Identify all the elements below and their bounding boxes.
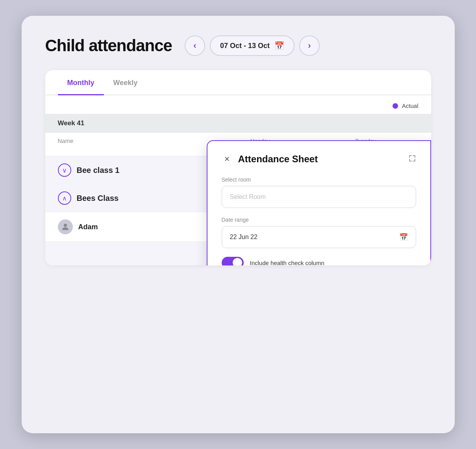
class-name-cell: ∨ Bee class 1 [58,163,207,177]
tab-monthly[interactable]: Monthly [58,70,104,95]
chevron-left-icon: ‹ [193,41,196,51]
toggle-knob [233,258,242,265]
next-week-button[interactable]: › [299,35,320,56]
date-range-field: Date range 22 Jun 22 📅 [222,217,416,248]
attendance-panel: ✕ Attendance Sheet Select room Select Ro… [207,140,431,265]
actual-dot [393,103,398,109]
header: Child attendance ‹ 07 Oct - 13 Oct 📅 › [45,35,431,56]
close-button[interactable]: ✕ [222,154,233,165]
name-column-header: Name [58,137,207,151]
date-range-text: 07 Oct - 13 Oct [220,42,270,50]
panel-header: ✕ Attendance Sheet [222,154,416,165]
main-card: Monthly Weekly Actual Week 41 Name [45,70,431,265]
svg-point-0 [64,224,67,227]
health-check-label: Include health check column [250,260,324,266]
legend-row: Actual [45,95,431,114]
date-picker-icon: 📅 [399,233,408,241]
health-check-toggle-row: Include health check column [222,257,416,265]
week-header: Week 41 [45,114,431,133]
select-room-placeholder: Select Room [230,193,266,200]
page-title: Child attendance [45,36,172,55]
class-name-cell: ∧ Bees Class [58,191,207,205]
chevron-up-icon: ∧ [58,191,71,205]
chevron-down-icon: ∨ [58,163,71,177]
app-container: Child attendance ‹ 07 Oct - 13 Oct 📅 › M… [22,16,455,433]
student-cell: Adam [58,219,207,234]
date-range-button[interactable]: 07 Oct - 13 Oct 📅 [210,35,294,56]
date-range-value: 22 Jun 22 [230,234,257,241]
select-room-label: Select room [222,176,416,183]
expand-icon[interactable] [408,154,416,164]
select-room-input[interactable]: Select Room [222,186,416,208]
tabs-bar: Monthly Weekly [45,70,431,95]
panel-header-left: ✕ Attendance Sheet [222,154,318,165]
avatar [58,219,73,234]
select-room-field: Select room Select Room [222,176,416,208]
chevron-right-icon: › [308,41,311,51]
date-navigation: ‹ 07 Oct - 13 Oct 📅 › [185,35,320,56]
tab-weekly[interactable]: Weekly [104,70,147,95]
date-range-input[interactable]: 22 Jun 22 📅 [222,226,416,248]
prev-week-button[interactable]: ‹ [185,35,205,56]
week-title: Week 41 [58,119,85,127]
panel-title: Attendance Sheet [238,154,318,165]
health-check-toggle[interactable] [222,257,244,265]
actual-label: Actual [402,102,419,109]
date-range-label: Date range [222,217,416,223]
calendar-icon: 📅 [274,41,284,50]
